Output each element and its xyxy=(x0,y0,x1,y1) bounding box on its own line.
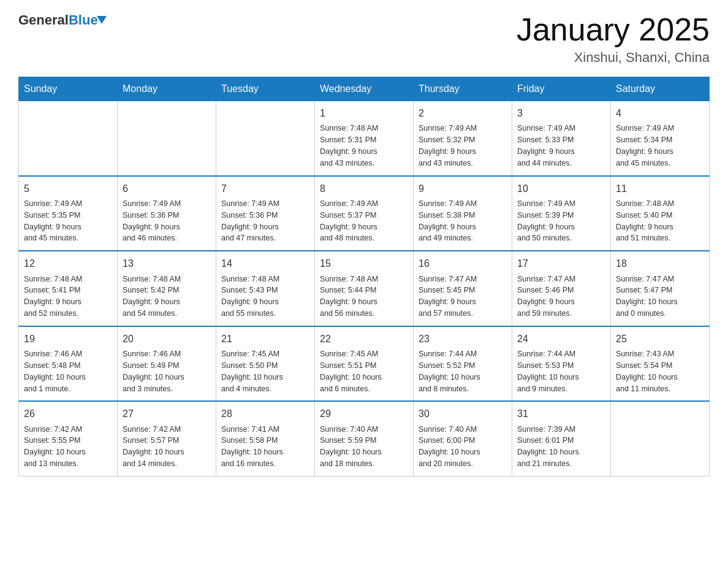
day-info: Sunrise: 7:47 AMSunset: 5:46 PMDaylight:… xyxy=(517,275,575,318)
calendar-cell: 12Sunrise: 7:48 AMSunset: 5:41 PMDayligh… xyxy=(19,251,118,326)
day-number: 2 xyxy=(419,106,507,120)
week-row-2: 5Sunrise: 7:49 AMSunset: 5:35 PMDaylight… xyxy=(19,176,710,251)
week-row-1: 1Sunrise: 7:48 AMSunset: 5:31 PMDaylight… xyxy=(19,101,710,176)
calendar-cell: 10Sunrise: 7:49 AMSunset: 5:39 PMDayligh… xyxy=(512,176,611,251)
week-row-5: 26Sunrise: 7:42 AMSunset: 5:55 PMDayligh… xyxy=(19,401,710,476)
day-number: 19 xyxy=(24,332,112,346)
calendar-cell: 15Sunrise: 7:48 AMSunset: 5:44 PMDayligh… xyxy=(315,251,414,326)
day-info: Sunrise: 7:49 AMSunset: 5:36 PMDaylight:… xyxy=(221,199,279,243)
day-info: Sunrise: 7:46 AMSunset: 5:49 PMDaylight:… xyxy=(123,350,184,393)
calendar-body: 1Sunrise: 7:48 AMSunset: 5:31 PMDaylight… xyxy=(19,101,710,477)
day-number: 10 xyxy=(517,182,605,196)
day-info: Sunrise: 7:47 AMSunset: 5:47 PMDaylight:… xyxy=(616,275,678,318)
calendar-cell: 24Sunrise: 7:44 AMSunset: 5:53 PMDayligh… xyxy=(512,326,611,402)
day-number: 28 xyxy=(221,407,309,421)
day-info: Sunrise: 7:48 AMSunset: 5:44 PMDaylight:… xyxy=(320,275,378,318)
header-day-wednesday: Wednesday xyxy=(315,77,414,101)
header-day-monday: Monday xyxy=(118,77,216,101)
day-info: Sunrise: 7:48 AMSunset: 5:42 PMDaylight:… xyxy=(123,275,181,318)
day-info: Sunrise: 7:41 AMSunset: 5:58 PMDaylight:… xyxy=(221,425,283,469)
calendar-cell: 26Sunrise: 7:42 AMSunset: 5:55 PMDayligh… xyxy=(19,401,118,476)
calendar-cell xyxy=(118,101,216,176)
day-number: 18 xyxy=(616,256,704,270)
calendar-cell: 13Sunrise: 7:48 AMSunset: 5:42 PMDayligh… xyxy=(118,251,216,326)
day-number: 7 xyxy=(221,182,309,196)
day-number: 15 xyxy=(320,256,408,270)
day-info: Sunrise: 7:48 AMSunset: 5:43 PMDaylight:… xyxy=(221,275,279,318)
day-number: 23 xyxy=(419,332,507,346)
calendar-cell: 14Sunrise: 7:48 AMSunset: 5:43 PMDayligh… xyxy=(216,251,315,326)
day-info: Sunrise: 7:49 AMSunset: 5:32 PMDaylight:… xyxy=(419,124,477,167)
day-info: Sunrise: 7:48 AMSunset: 5:41 PMDaylight:… xyxy=(24,275,82,318)
calendar-subtitle: Xinshui, Shanxi, China xyxy=(517,50,710,66)
day-info: Sunrise: 7:46 AMSunset: 5:48 PMDaylight:… xyxy=(24,350,86,393)
day-info: Sunrise: 7:40 AMSunset: 5:59 PMDaylight:… xyxy=(320,425,382,469)
calendar-cell: 11Sunrise: 7:48 AMSunset: 5:40 PMDayligh… xyxy=(611,176,710,251)
day-number: 1 xyxy=(320,106,408,120)
day-info: Sunrise: 7:43 AMSunset: 5:54 PMDaylight:… xyxy=(616,350,678,393)
calendar-cell: 4Sunrise: 7:49 AMSunset: 5:34 PMDaylight… xyxy=(611,101,710,176)
day-number: 3 xyxy=(517,106,605,120)
calendar-cell: 7Sunrise: 7:49 AMSunset: 5:36 PMDaylight… xyxy=(216,176,315,251)
day-number: 17 xyxy=(517,256,605,270)
day-info: Sunrise: 7:49 AMSunset: 5:35 PMDaylight:… xyxy=(24,199,82,243)
logo-general: General xyxy=(18,12,69,28)
day-info: Sunrise: 7:49 AMSunset: 5:38 PMDaylight:… xyxy=(419,199,477,243)
header-day-sunday: Sunday xyxy=(19,77,118,101)
calendar-cell: 21Sunrise: 7:45 AMSunset: 5:50 PMDayligh… xyxy=(216,326,315,402)
calendar-cell: 17Sunrise: 7:47 AMSunset: 5:46 PMDayligh… xyxy=(512,251,611,326)
day-number: 16 xyxy=(419,256,507,270)
day-info: Sunrise: 7:47 AMSunset: 5:45 PMDaylight:… xyxy=(419,275,477,318)
calendar-cell: 22Sunrise: 7:45 AMSunset: 5:51 PMDayligh… xyxy=(315,326,414,402)
day-number: 6 xyxy=(123,182,211,196)
title-block: January 2025 Xinshui, Shanxi, China xyxy=(517,12,710,66)
day-info: Sunrise: 7:48 AMSunset: 5:31 PMDaylight:… xyxy=(320,124,378,167)
day-info: Sunrise: 7:44 AMSunset: 5:53 PMDaylight:… xyxy=(517,350,579,393)
calendar-cell: 19Sunrise: 7:46 AMSunset: 5:48 PMDayligh… xyxy=(19,326,118,402)
day-number: 21 xyxy=(221,332,309,346)
day-info: Sunrise: 7:42 AMSunset: 5:57 PMDaylight:… xyxy=(123,425,184,469)
calendar-cell: 28Sunrise: 7:41 AMSunset: 5:58 PMDayligh… xyxy=(216,401,315,476)
calendar-cell: 5Sunrise: 7:49 AMSunset: 5:35 PMDaylight… xyxy=(19,176,118,251)
page-header: GeneralBlue January 2025 Xinshui, Shanxi… xyxy=(18,12,710,66)
calendar-title: January 2025 xyxy=(517,12,710,47)
calendar-cell: 18Sunrise: 7:47 AMSunset: 5:47 PMDayligh… xyxy=(611,251,710,326)
header-day-friday: Friday xyxy=(512,77,611,101)
day-info: Sunrise: 7:49 AMSunset: 5:37 PMDaylight:… xyxy=(320,199,378,243)
calendar-cell: 8Sunrise: 7:49 AMSunset: 5:37 PMDaylight… xyxy=(315,176,414,251)
calendar-cell: 3Sunrise: 7:49 AMSunset: 5:33 PMDaylight… xyxy=(512,101,611,176)
week-row-3: 12Sunrise: 7:48 AMSunset: 5:41 PMDayligh… xyxy=(19,251,710,326)
day-info: Sunrise: 7:49 AMSunset: 5:36 PMDaylight:… xyxy=(123,199,181,243)
day-number: 8 xyxy=(320,182,408,196)
day-info: Sunrise: 7:42 AMSunset: 5:55 PMDaylight:… xyxy=(24,425,86,469)
calendar-cell: 31Sunrise: 7:39 AMSunset: 6:01 PMDayligh… xyxy=(512,401,611,476)
calendar-cell: 9Sunrise: 7:49 AMSunset: 5:38 PMDaylight… xyxy=(414,176,512,251)
logo-blue: Blue xyxy=(69,12,98,28)
logo: GeneralBlue xyxy=(18,12,98,28)
day-number: 22 xyxy=(320,332,408,346)
calendar-cell: 6Sunrise: 7:49 AMSunset: 5:36 PMDaylight… xyxy=(118,176,216,251)
day-info: Sunrise: 7:49 AMSunset: 5:39 PMDaylight:… xyxy=(517,199,575,243)
calendar-cell: 29Sunrise: 7:40 AMSunset: 5:59 PMDayligh… xyxy=(315,401,414,476)
calendar-cell: 1Sunrise: 7:48 AMSunset: 5:31 PMDaylight… xyxy=(315,101,414,176)
day-info: Sunrise: 7:39 AMSunset: 6:01 PMDaylight:… xyxy=(517,425,579,469)
day-number: 20 xyxy=(123,332,211,346)
day-info: Sunrise: 7:48 AMSunset: 5:40 PMDaylight:… xyxy=(616,199,674,243)
day-number: 5 xyxy=(24,182,112,196)
calendar-cell: 25Sunrise: 7:43 AMSunset: 5:54 PMDayligh… xyxy=(611,326,710,402)
logo-triangle-icon xyxy=(97,16,107,24)
day-number: 14 xyxy=(221,256,309,270)
header-day-saturday: Saturday xyxy=(611,77,710,101)
calendar-cell: 16Sunrise: 7:47 AMSunset: 5:45 PMDayligh… xyxy=(414,251,512,326)
header-row: SundayMondayTuesdayWednesdayThursdayFrid… xyxy=(19,77,710,101)
header-day-thursday: Thursday xyxy=(414,77,512,101)
calendar-header: SundayMondayTuesdayWednesdayThursdayFrid… xyxy=(19,77,710,101)
day-info: Sunrise: 7:40 AMSunset: 6:00 PMDaylight:… xyxy=(419,425,480,469)
week-row-4: 19Sunrise: 7:46 AMSunset: 5:48 PMDayligh… xyxy=(19,326,710,402)
day-number: 29 xyxy=(320,407,408,421)
calendar-cell xyxy=(216,101,315,176)
calendar-cell: 2Sunrise: 7:49 AMSunset: 5:32 PMDaylight… xyxy=(414,101,512,176)
calendar-table: SundayMondayTuesdayWednesdayThursdayFrid… xyxy=(18,77,710,477)
day-number: 13 xyxy=(123,256,211,270)
calendar-cell: 27Sunrise: 7:42 AMSunset: 5:57 PMDayligh… xyxy=(118,401,216,476)
